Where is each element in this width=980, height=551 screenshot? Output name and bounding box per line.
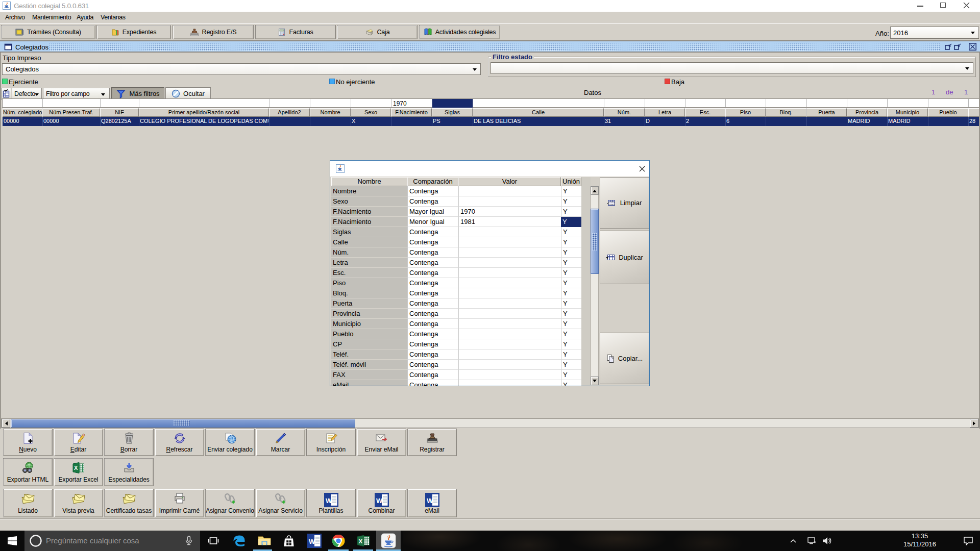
svg-text:W: W <box>326 497 332 505</box>
svg-text:W: W <box>376 497 383 505</box>
svg-text:W: W <box>427 497 433 505</box>
svg-text:W: W <box>309 538 315 545</box>
svg-text:X: X <box>74 465 78 471</box>
svg-text:X: X <box>359 538 363 544</box>
